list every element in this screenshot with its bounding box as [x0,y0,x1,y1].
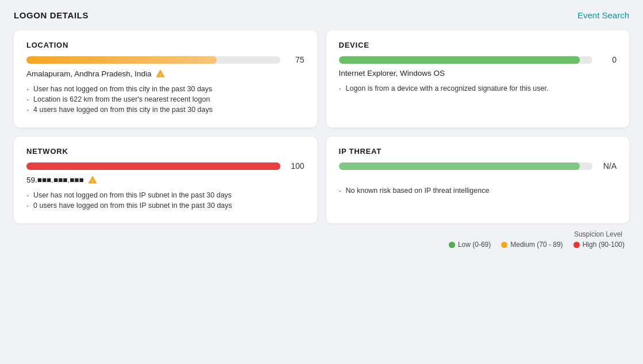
legend-dot-low [449,242,455,248]
ip-threat-card-title: IP THREAT [339,147,617,156]
network-bullet-1: User has not logged on from this IP subn… [26,191,305,199]
network-card: NETWORK 100 59.■■■.■■■.■■■ ! User has no… [14,137,317,223]
device-label: Internet Explorer, Windows OS [339,69,617,78]
location-bullet-3: 4 users have logged on from this city in… [26,106,305,114]
ip-threat-bullet-1: No known risk based on IP threat intelli… [339,187,617,195]
legend-area: Suspicion Level Low (0-69) Medium (70 - … [14,230,629,249]
network-warning-icon: ! [88,175,97,184]
device-progress-row: 0 [339,55,617,64]
location-progress-fill [26,56,217,64]
event-search-link[interactable]: Event Search [577,10,629,20]
location-text: Amalapuram, Andhra Pradesh, India [26,69,152,78]
network-progress-row: 100 [26,161,305,171]
network-progress-bg [26,162,280,170]
device-card: DEVICE 0 Internet Explorer, Windows OS L… [326,30,630,127]
network-ip-label: 59.■■■.■■■.■■■ ! [26,175,305,184]
cards-grid: LOCATION 75 Amalapuram, Andhra Pradesh, … [14,30,629,223]
location-card: LOCATION 75 Amalapuram, Andhra Pradesh, … [14,30,317,127]
device-card-title: DEVICE [339,41,617,49]
legend-items: Low (0-69) Medium (70 - 89) High (90-100… [449,241,625,249]
location-progress-bg [26,56,280,64]
device-progress-fill [339,56,580,64]
device-bullets: Logon is from a device with a recognized… [339,84,617,92]
legend-label-medium: Medium (70 - 89) [510,241,563,249]
ip-threat-bullets: No known risk based on IP threat intelli… [339,187,617,195]
device-progress-bg [339,56,593,64]
legend-medium: Medium (70 - 89) [501,241,563,249]
ip-threat-progress-value: N/A [598,161,617,171]
legend-dot-medium [501,242,507,248]
legend-low: Low (0-69) [449,241,491,249]
page-title: LOGON DETAILS [14,10,88,20]
svg-text:!: ! [159,72,161,78]
ip-threat-progress-row: N/A [339,161,617,171]
network-card-title: NETWORK [26,147,305,156]
location-card-title: LOCATION [26,41,305,49]
ip-threat-progress-bg [339,162,593,170]
page-container: LOGON DETAILS Event Search LOCATION 75 A… [0,0,643,364]
legend-label-low: Low (0-69) [458,241,491,249]
network-bullets: User has not logged on from this IP subn… [26,191,305,210]
network-progress-value: 100 [286,161,305,171]
location-bullet-1: User has not logged on from this city in… [26,85,305,93]
network-bullet-2: 0 users have logged on from this IP subn… [26,202,305,210]
legend-dot-high [573,242,580,248]
location-bullet-2: Location is 622 km from the user's neare… [26,95,305,103]
network-progress-fill [26,162,280,170]
device-bullet-1: Logon is from a device with a recognized… [339,84,617,92]
location-progress-value: 75 [286,55,305,64]
network-ip-text: 59.■■■.■■■.■■■ [26,176,84,184]
ip-threat-card: IP THREAT N/A No known risk based on IP … [326,137,630,223]
svg-text:!: ! [91,179,93,184]
location-progress-row: 75 [26,55,305,64]
device-progress-value: 0 [598,55,617,64]
legend-label-high: High (90-100) [583,241,625,249]
location-label: Amalapuram, Andhra Pradesh, India ! [26,69,305,78]
location-warning-icon: ! [156,69,165,78]
page-header: LOGON DETAILS Event Search [14,10,629,20]
ip-threat-progress-fill [339,162,580,170]
legend-title: Suspicion Level [574,230,622,238]
location-bullets: User has not logged on from this city in… [26,85,305,114]
legend-high: High (90-100) [573,241,625,249]
